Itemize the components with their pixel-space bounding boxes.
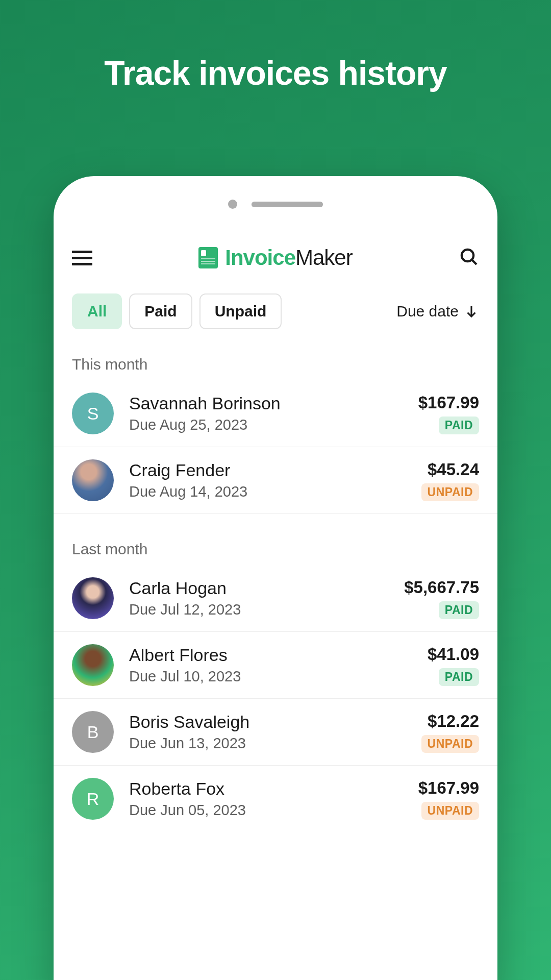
invoice-name: Roberta Fox [129, 779, 418, 799]
filters-row: AllPaidUnpaid Due date [54, 270, 497, 329]
invoice-amount: $167.99 [418, 393, 479, 412]
row-right: $45.24UNPAID [421, 460, 479, 501]
invoice-name: Savannah Borinson [129, 394, 418, 413]
filter-chips: AllPaidUnpaid [72, 293, 282, 329]
invoice-amount: $5,667.75 [404, 578, 479, 597]
row-right: $167.99UNPAID [418, 778, 479, 820]
avatar: R [72, 778, 114, 820]
invoice-list: This monthSSavannah BorinsonDue Aug 25, … [54, 329, 497, 832]
invoice-amount: $12.22 [421, 712, 479, 731]
section-label: This month [54, 329, 497, 380]
invoice-amount: $45.24 [421, 460, 479, 479]
invoice-due: Due Aug 14, 2023 [129, 483, 421, 500]
invoice-due: Due Jun 13, 2023 [129, 735, 421, 752]
row-main: Albert FloresDue Jul 10, 2023 [114, 645, 428, 685]
status-badge: UNPAID [421, 735, 479, 753]
sort-label: Due date [396, 303, 459, 320]
avatar [72, 459, 114, 501]
status-badge: PAID [439, 416, 479, 434]
invoice-row[interactable]: Albert FloresDue Jul 10, 2023$41.09PAID [54, 632, 497, 699]
invoice-name: Boris Savaleigh [129, 712, 421, 732]
app-title-part2: Maker [295, 246, 353, 270]
row-right: $41.09PAID [428, 645, 479, 686]
menu-icon[interactable] [72, 251, 92, 265]
row-main: Roberta FoxDue Jun 05, 2023 [114, 779, 418, 819]
row-right: $5,667.75PAID [404, 578, 479, 619]
row-right: $167.99PAID [418, 393, 479, 434]
filter-chip-paid[interactable]: Paid [129, 293, 192, 329]
status-badge: UNPAID [421, 802, 479, 820]
notch-speaker [252, 202, 323, 207]
invoice-name: Albert Flores [129, 645, 428, 665]
phone-notch [54, 176, 497, 209]
row-main: Carla HoganDue Jul 12, 2023 [114, 578, 404, 618]
invoice-due: Due Aug 25, 2023 [129, 416, 418, 433]
invoice-row[interactable]: RRoberta FoxDue Jun 05, 2023$167.99UNPAI… [54, 766, 497, 832]
invoice-amount: $167.99 [418, 778, 479, 798]
hero-title: Track invoices history [0, 0, 551, 92]
invoice-name: Craig Fender [129, 460, 421, 480]
status-badge: UNPAID [421, 483, 479, 501]
row-main: Boris SavaleighDue Jun 13, 2023 [114, 712, 421, 752]
phone-frame: InvoiceMaker AllPaidUnpaid Due date This… [54, 176, 497, 980]
avatar [72, 644, 114, 686]
invoice-due: Due Jun 05, 2023 [129, 802, 418, 819]
app-title-wrap: InvoiceMaker [198, 246, 352, 270]
invoice-name: Carla Hogan [129, 578, 404, 598]
svg-point-0 [462, 250, 473, 261]
app-logo-icon [198, 247, 218, 268]
filter-chip-all[interactable]: All [72, 293, 122, 329]
svg-line-1 [472, 260, 477, 264]
row-right: $12.22UNPAID [421, 712, 479, 753]
avatar [72, 577, 114, 619]
sort-button[interactable]: Due date [396, 303, 479, 320]
invoice-row[interactable]: Craig FenderDue Aug 14, 2023$45.24UNPAID [54, 447, 497, 514]
section-label: Last month [54, 514, 497, 565]
app-title-part1: Invoice [225, 246, 295, 270]
row-main: Savannah BorinsonDue Aug 25, 2023 [114, 394, 418, 433]
status-badge: PAID [439, 601, 479, 619]
app-header: InvoiceMaker [54, 209, 497, 270]
invoice-due: Due Jul 12, 2023 [129, 601, 404, 618]
app-title: InvoiceMaker [225, 246, 352, 270]
notch-camera [228, 200, 237, 209]
invoice-due: Due Jul 10, 2023 [129, 668, 428, 685]
search-icon[interactable] [459, 247, 479, 269]
invoice-row[interactable]: SSavannah BorinsonDue Aug 25, 2023$167.9… [54, 380, 497, 447]
filter-chip-unpaid[interactable]: Unpaid [199, 293, 282, 329]
avatar: S [72, 393, 114, 434]
status-badge: PAID [439, 668, 479, 686]
avatar: B [72, 711, 114, 753]
arrow-down-icon [464, 304, 479, 319]
invoice-row[interactable]: Carla HoganDue Jul 12, 2023$5,667.75PAID [54, 565, 497, 632]
invoice-row[interactable]: BBoris SavaleighDue Jun 13, 2023$12.22UN… [54, 699, 497, 766]
invoice-amount: $41.09 [428, 645, 479, 664]
row-main: Craig FenderDue Aug 14, 2023 [114, 460, 421, 500]
